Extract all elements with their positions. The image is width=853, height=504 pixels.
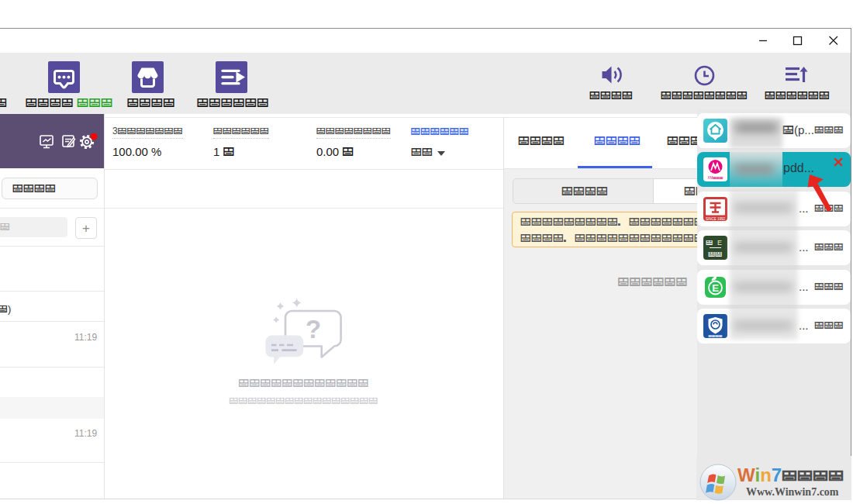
svg-text:必选: 必选 [708,250,722,257]
svg-text:?: ? [306,315,321,343]
svg-text:E: E [717,239,722,246]
svg-text:都市安全: 都市安全 [709,334,723,338]
svg-text:SINCE 1992: SINCE 1992 [706,217,726,221]
svg-text:小: 小 [706,239,713,246]
svg-text:XM家交换: XM家交换 [707,176,723,180]
svg-text:E: E [712,283,719,293]
